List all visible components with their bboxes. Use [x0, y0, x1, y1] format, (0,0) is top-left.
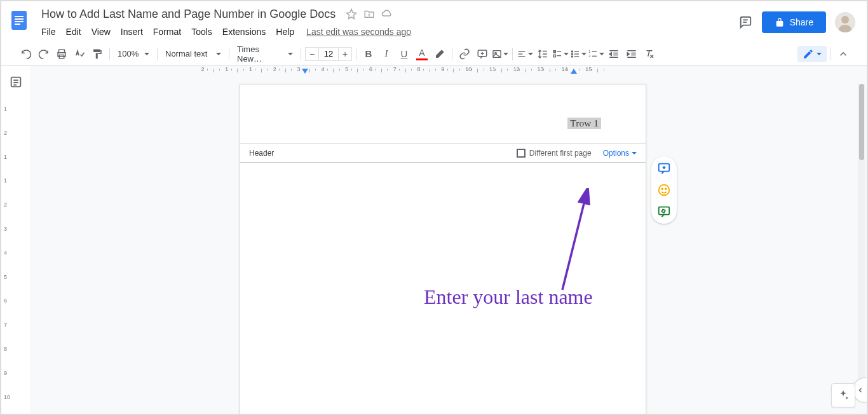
chevron-down-icon [144, 53, 149, 55]
chevron-down-icon [528, 53, 533, 55]
paint-format-button[interactable] [89, 46, 105, 62]
menu-tools[interactable]: Tools [187, 24, 217, 39]
docs-logo-icon [8, 9, 31, 32]
svg-text:2: 2 [588, 54, 590, 58]
add-comment-floating-button[interactable] [657, 161, 671, 175]
separator [452, 48, 452, 60]
chevron-down-icon [581, 53, 587, 55]
document-page[interactable]: Trow 1 Header Different first page Optio… [240, 84, 646, 414]
chevron-down-icon [564, 53, 569, 55]
share-button[interactable]: Share [762, 11, 826, 33]
suggest-edits-button[interactable] [657, 205, 671, 219]
cloud-status-icon[interactable] [381, 8, 393, 20]
underline-button[interactable]: U [396, 46, 412, 62]
zoom-dropdown[interactable]: 100% [114, 46, 153, 62]
title-area: How to Add Last Name and Page Number in … [37, 6, 738, 41]
undo-button[interactable] [18, 46, 34, 62]
emoji-reaction-button[interactable] [657, 183, 671, 197]
editing-mode-button[interactable] [797, 46, 827, 62]
style-value: Normal text [165, 49, 207, 58]
font-dropdown[interactable]: Times New… [233, 46, 297, 62]
menu-view[interactable]: View [87, 24, 115, 39]
increase-indent-button[interactable] [623, 46, 640, 62]
svg-point-57 [665, 188, 667, 189]
menu-file[interactable]: File [37, 24, 60, 39]
insert-link-button[interactable] [456, 46, 473, 62]
horizontal-ruler[interactable]: 21123456789101112131415 [58, 66, 854, 76]
account-avatar[interactable] [835, 12, 855, 32]
decrease-font-size-button[interactable]: − [305, 47, 319, 61]
chevron-down-icon [817, 53, 822, 55]
header-content-area[interactable]: Trow 1 [240, 85, 646, 143]
menu-extensions[interactable]: Extensions [218, 24, 270, 39]
bold-button[interactable]: B [360, 46, 377, 62]
different-first-page-checkbox[interactable]: Different first page [517, 149, 592, 158]
align-button[interactable] [517, 46, 533, 62]
add-comment-button[interactable] [474, 46, 491, 62]
font-size-input[interactable] [319, 47, 338, 61]
increase-font-size-button[interactable]: + [338, 47, 352, 61]
move-icon[interactable] [363, 8, 376, 20]
separator [229, 48, 229, 60]
separator [301, 48, 301, 60]
font-value: Times New… [237, 44, 284, 64]
header-text[interactable]: Trow 1 [567, 118, 601, 129]
separator [356, 48, 356, 60]
svg-rect-4 [15, 24, 20, 25]
svg-point-29 [571, 53, 573, 55]
svg-rect-2 [15, 18, 24, 20]
docs-logo[interactable] [6, 8, 32, 33]
chevron-down-icon [288, 53, 293, 55]
svg-text:1: 1 [588, 50, 590, 53]
svg-rect-58 [659, 207, 670, 215]
numbered-list-button[interactable]: 12 [588, 46, 604, 62]
menu-insert[interactable]: Insert [116, 24, 147, 39]
last-edit-link[interactable]: Last edit was seconds ago [306, 27, 411, 37]
star-icon[interactable] [345, 8, 358, 20]
title-row: How to Add Last Name and Page Number in … [37, 6, 738, 22]
page-header-section: Trow 1 Header Different first page Optio… [240, 85, 646, 163]
docs-header: How to Add Last Name and Page Number in … [1, 1, 867, 42]
bulleted-list-button[interactable] [570, 46, 587, 62]
header-label: Header [249, 149, 274, 158]
svg-rect-0 [11, 11, 27, 30]
text-color-button[interactable]: A [414, 46, 430, 62]
menu-help[interactable]: Help [271, 24, 299, 39]
explore-button[interactable] [831, 383, 855, 407]
italic-button[interactable]: I [378, 46, 395, 62]
line-spacing-button[interactable] [534, 46, 551, 62]
redo-button[interactable] [36, 46, 52, 62]
insert-image-button[interactable] [492, 46, 508, 62]
vertical-scrollbar[interactable] [858, 84, 865, 382]
highlight-color-button[interactable] [431, 46, 448, 62]
checklist-button[interactable] [552, 46, 569, 62]
different-first-page-label: Different first page [529, 149, 592, 158]
clear-formatting-button[interactable] [641, 46, 658, 62]
menu-edit[interactable]: Edit [62, 24, 86, 39]
scrollbar-thumb[interactable] [859, 84, 864, 160]
pencil-icon [803, 48, 814, 60]
svg-rect-3 [15, 21, 24, 22]
header-right: Share [738, 11, 862, 33]
svg-rect-26 [553, 55, 555, 57]
menu-format[interactable]: Format [149, 24, 186, 39]
header-info-bar: Header Different first page Options [240, 143, 646, 162]
styles-dropdown[interactable]: Normal text [161, 46, 225, 62]
separator [157, 48, 158, 60]
comment-history-icon[interactable] [738, 15, 753, 30]
toolbar: 100% Normal text Times New… − + B I U A … [1, 42, 867, 66]
decrease-indent-button[interactable] [606, 46, 622, 62]
hide-menus-button[interactable] [835, 46, 851, 62]
print-button[interactable] [53, 46, 70, 62]
separator [109, 48, 110, 60]
checkbox-icon [517, 149, 526, 158]
separator [831, 48, 831, 60]
svg-rect-1 [15, 16, 24, 17]
chevron-down-icon [599, 53, 604, 55]
document-title[interactable]: How to Add Last Name and Page Number in … [37, 6, 340, 22]
svg-point-30 [571, 56, 573, 57]
spellcheck-button[interactable] [71, 46, 88, 62]
canvas-area: 12112345678910 21123456789101112131415 T… [1, 66, 867, 414]
header-options-dropdown[interactable]: Options [603, 149, 637, 158]
vertical-ruler[interactable]: 12112345678910 [3, 86, 13, 414]
